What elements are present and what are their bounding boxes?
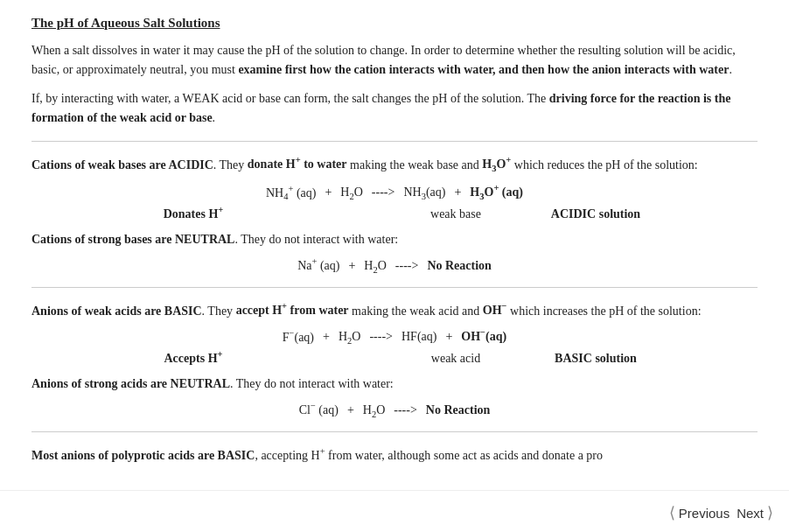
no-reaction-1: No Reaction [427,259,492,273]
plus-1: + [325,186,332,200]
arrow-1: ----> [372,186,395,200]
section-anions-strong-heading: Anions of strong acids are NEUTRAL. They… [31,374,758,394]
arrow-2: ----> [395,259,419,273]
reactant-cl: Cl− (aq) [299,401,339,417]
water-1: H2O [340,186,363,201]
label-acidic: ACIDIC solution [543,207,648,221]
water-3: H2O [339,330,361,346]
plus-3: + [348,259,355,273]
divider-2 [31,287,758,288]
label-row-cations-weak: Donates H+ weak base ACIDIC solution [31,205,758,221]
plus-4: + [323,330,330,344]
plus-5: + [445,330,452,344]
arrow-4: ----> [394,403,417,417]
next-label: Next [737,506,764,521]
page-content: The pH of Aqueous Salt Solutions When a … [0,0,789,532]
previous-button[interactable]: ⟨ Previous [669,503,730,522]
intro-p1: When a salt dissolves in water it may ca… [31,41,758,80]
previous-label: Previous [679,506,730,521]
chevron-right-icon: ⟩ [767,503,773,522]
water-4: H2O [363,403,386,419]
reaction-anions-weak: F−(aq) + H2O ----> HF(aq) + OH−(aq) [31,328,758,346]
product-hf: HF(aq) [401,330,436,344]
chevron-left-icon: ⟨ [669,503,675,522]
section-cations-strong: Cations of strong bases are NEUTRAL. The… [31,230,758,275]
section-cations-weak: Cations of weak bases are ACIDIC. They d… [31,154,758,221]
no-reaction-2: No Reaction [426,403,491,417]
section-cations-strong-heading: Cations of strong bases are NEUTRAL. The… [31,230,758,249]
bottom-note: Most anions of polyprotic acids are BASI… [31,444,758,466]
reactant-nh4: NH4+ (aq) [266,184,316,201]
label-weak-base: weak base [403,207,508,221]
reactant-na: Na+ (aq) [297,256,339,273]
section-anions-weak-heading: Anions of weak acids are BASIC. They acc… [31,300,758,321]
label-weak-acid: weak acid [403,352,508,366]
reaction-cations-weak: NH4+ (aq) + H2O ----> NH3(aq) + H3O+ (aq… [31,184,758,201]
water-2: H2O [364,259,387,275]
divider-3 [31,431,758,432]
intro-p2: If, by interacting with water, a WEAK ac… [31,89,758,129]
divider-1 [31,141,758,142]
label-donates: Donates H+ [141,205,246,221]
reaction-cations-strong: Na+ (aq) + H2O ----> No Reaction [31,256,758,274]
reactant-f: F−(aq) [283,328,314,345]
label-row-anions-weak: Accepts H+ weak acid BASIC solution [31,349,758,366]
label-basic: BASIC solution [543,352,648,366]
plus-6: + [347,403,354,417]
plus-2: + [454,186,461,200]
product-nh3: NH3(aq) [403,186,445,201]
arrow-3: ----> [369,330,393,344]
product-h3o: H3O+ (aq) [470,184,523,201]
label-accepts: Accepts H+ [141,349,246,366]
footer-nav: ⟨ Previous Next ⟩ [0,490,789,532]
next-button[interactable]: Next ⟩ [737,503,773,522]
section-anions-strong: Anions of strong acids are NEUTRAL. They… [31,374,758,419]
section-anions-weak: Anions of weak acids are BASIC. They acc… [31,300,758,366]
page-title: The pH of Aqueous Salt Solutions [31,16,758,31]
reaction-anions-strong: Cl− (aq) + H2O ----> No Reaction [31,401,758,418]
section-cations-weak-heading: Cations of weak bases are ACIDIC. They d… [31,154,758,177]
product-oh: OH−(aq) [461,328,506,345]
